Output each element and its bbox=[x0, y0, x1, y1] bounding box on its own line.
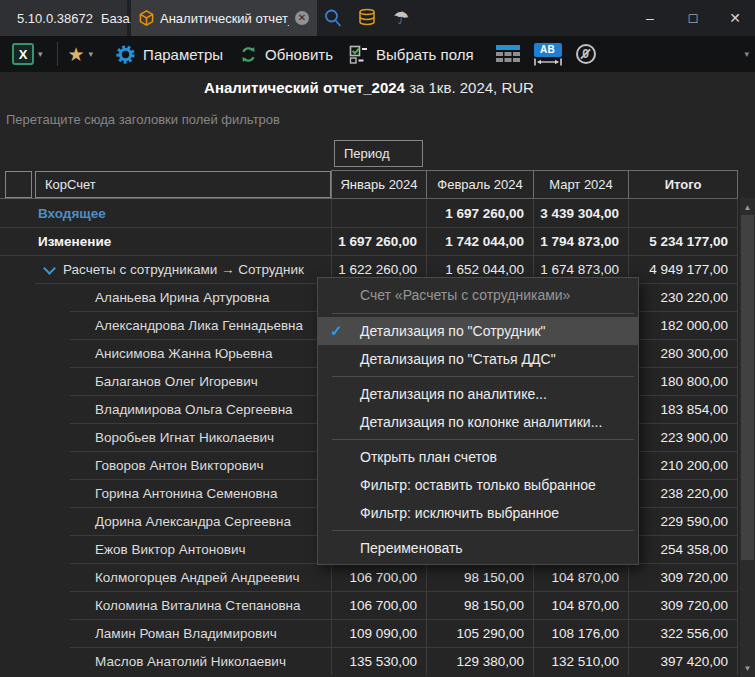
row-label[interactable]: Колмогорцев Андрей Андреевич bbox=[0, 563, 331, 591]
row-label[interactable]: Говоров Антон Викторович bbox=[0, 451, 331, 479]
cell-value[interactable]: 3 439 304,00 bbox=[533, 199, 628, 227]
cell-value[interactable] bbox=[331, 199, 426, 227]
row-label[interactable]: Входящее bbox=[0, 199, 331, 227]
favorites-star-icon[interactable]: ★ bbox=[68, 43, 85, 66]
cell-value[interactable]: 322 556,00 bbox=[628, 619, 738, 647]
row-label[interactable]: Маслов Анатолий Николаевич bbox=[0, 647, 331, 675]
context-menu-item[interactable]: Детализация по "Статья ДДС" bbox=[318, 345, 638, 373]
cell-value[interactable]: 98 150,00 bbox=[426, 591, 533, 619]
cell-value[interactable]: 309 720,00 bbox=[628, 563, 738, 591]
cell-value[interactable]: 1 742 044,00 bbox=[426, 227, 533, 255]
close-button[interactable]: ✕ bbox=[718, 0, 752, 36]
hide-zeros-button[interactable]: 0 bbox=[576, 44, 596, 64]
cell-value[interactable]: 129 380,00 bbox=[426, 647, 533, 675]
row-label[interactable]: Анисимова Жанна Юрьевна bbox=[0, 339, 331, 367]
maximize-button[interactable]: □ bbox=[676, 0, 710, 36]
cell-value[interactable]: 254 358,00 bbox=[628, 535, 738, 563]
context-menu-item[interactable]: Фильтр: исключить выбранное bbox=[318, 499, 638, 527]
cell-value[interactable]: 109 090,00 bbox=[331, 619, 426, 647]
favorites-dropdown-caret-icon[interactable]: ▾ bbox=[89, 49, 94, 59]
cell-value[interactable]: 105 290,00 bbox=[426, 619, 533, 647]
row-label[interactable]: Коломина Виталина Степановна bbox=[0, 591, 331, 619]
cell-value[interactable]: 135 530,00 bbox=[331, 647, 426, 675]
excel-dropdown-caret-icon[interactable]: ▾ bbox=[38, 49, 43, 59]
cell-value[interactable]: 98 150,00 bbox=[426, 563, 533, 591]
cell-value[interactable]: 5 234 177,00 bbox=[628, 227, 738, 255]
cell-value[interactable]: 106 700,00 bbox=[331, 563, 426, 591]
cell-value[interactable]: 104 870,00 bbox=[533, 591, 628, 619]
context-menu-item[interactable]: Детализация по аналитике... bbox=[318, 380, 638, 408]
row-label-text: Воробьев Игнат Николаевич bbox=[95, 430, 274, 445]
gear-icon bbox=[115, 44, 136, 65]
context-menu-item[interactable]: Детализация по колонке аналитики... bbox=[318, 408, 638, 436]
minimize-button[interactable]: – bbox=[633, 0, 667, 36]
cell-value[interactable]: 183 854,00 bbox=[628, 395, 738, 423]
korschet-field-box[interactable]: КорСчет bbox=[35, 171, 331, 198]
cell-value[interactable]: 108 176,00 bbox=[533, 619, 628, 647]
row-label[interactable]: Горина Антонина Семеновна bbox=[0, 479, 331, 507]
row-label-text: Изменение bbox=[38, 234, 111, 249]
cell-value[interactable]: 132 510,00 bbox=[533, 647, 628, 675]
cell-value[interactable]: 309 720,00 bbox=[628, 591, 738, 619]
row-label[interactable]: Ежов Виктор Антонович bbox=[0, 535, 331, 563]
scrollbar-up-icon[interactable]: ▲ bbox=[740, 200, 755, 214]
row-label[interactable]: Аланьева Ирина Артуровна bbox=[0, 283, 331, 311]
scrollbar-down-icon[interactable]: ▼ bbox=[740, 661, 755, 675]
tab-close-icon[interactable]: ✕ bbox=[295, 11, 309, 25]
cell-value[interactable]: 104 870,00 bbox=[533, 563, 628, 591]
pivot-row[interactable]: Коломина Виталина Степановна106 700,0098… bbox=[0, 591, 738, 619]
pivot-row[interactable]: Изменение1 697 260,001 742 044,001 794 8… bbox=[0, 227, 738, 255]
vertical-scrollbar[interactable]: ▲ ▼ bbox=[740, 198, 755, 677]
column-header[interactable]: Март 2024 bbox=[533, 170, 628, 198]
row-label[interactable]: Расчеты с сотрудниками → Сотрудник bbox=[0, 255, 331, 283]
context-menu-item[interactable]: Фильтр: оставить только выбранное bbox=[318, 471, 638, 499]
pivot-row[interactable]: Колмогорцев Андрей Андреевич106 700,0098… bbox=[0, 563, 738, 591]
cell-value[interactable]: 230 220,00 bbox=[628, 283, 738, 311]
refresh-button[interactable]: Обновить bbox=[239, 45, 333, 64]
cell-value[interactable]: 397 420,00 bbox=[628, 647, 738, 675]
tab-report[interactable]: Аналитический отчет_2024 ... ✕ bbox=[131, 0, 317, 36]
cell-value[interactable]: 210 200,00 bbox=[628, 451, 738, 479]
database-icon[interactable] bbox=[356, 7, 378, 29]
scrollbar-thumb[interactable] bbox=[741, 215, 754, 560]
cell-value[interactable]: 280 300,00 bbox=[628, 339, 738, 367]
cell-value[interactable]: 229 590,00 bbox=[628, 507, 738, 535]
cell-value[interactable]: 182 000,00 bbox=[628, 311, 738, 339]
cell-value[interactable]: 1 697 260,00 bbox=[331, 227, 426, 255]
umbrella-icon[interactable]: ☂ bbox=[390, 7, 412, 29]
cell-value[interactable] bbox=[628, 199, 738, 227]
grid-view-button[interactable] bbox=[496, 45, 520, 63]
expand-chevron-icon[interactable] bbox=[43, 262, 56, 275]
cell-value[interactable]: 180 800,00 bbox=[628, 367, 738, 395]
cell-value[interactable]: 223 900,00 bbox=[628, 423, 738, 451]
row-label[interactable]: Дорина Александра Сергеевна bbox=[0, 507, 331, 535]
column-header[interactable]: Итого bbox=[628, 170, 738, 198]
context-menu-item[interactable]: Переименовать bbox=[318, 534, 638, 562]
cell-value[interactable]: 1 697 260,00 bbox=[426, 199, 533, 227]
select-fields-button[interactable]: Выбрать поля bbox=[349, 44, 474, 64]
row-label[interactable]: Александрова Лика Геннадьевна bbox=[0, 311, 331, 339]
excel-export-icon[interactable]: X bbox=[12, 43, 34, 65]
row-label[interactable]: Ламин Роман Владимирович bbox=[0, 619, 331, 647]
cell-value[interactable]: 106 700,00 bbox=[331, 591, 426, 619]
column-header[interactable]: Февраль 2024 bbox=[426, 170, 533, 198]
pivot-row[interactable]: Входящее1 697 260,003 439 304,00 bbox=[0, 199, 738, 227]
cell-value[interactable]: 1 794 873,00 bbox=[533, 227, 628, 255]
column-header[interactable]: Январь 2024 bbox=[331, 170, 426, 198]
cell-value[interactable]: 4 949 177,00 bbox=[628, 255, 738, 283]
pivot-row[interactable]: Маслов Анатолий Николаевич135 530,00129 … bbox=[0, 647, 738, 675]
search-icon[interactable] bbox=[322, 7, 344, 29]
toolbar-overflow-caret-icon[interactable]: ▾ bbox=[744, 49, 749, 59]
period-field-box[interactable]: Период bbox=[334, 140, 423, 167]
context-menu-item[interactable]: ✓Детализация по "Сотрудник" bbox=[318, 317, 638, 345]
row-label[interactable]: Владимирова Ольга Сергеевна bbox=[0, 395, 331, 423]
filter-drop-zone[interactable]: Перетащите сюда заголовки полей фильтров bbox=[6, 112, 280, 127]
row-label[interactable]: Воробьев Игнат Николаевич bbox=[0, 423, 331, 451]
row-label[interactable]: Балаганов Олег Игоревич bbox=[0, 367, 331, 395]
row-label[interactable]: Изменение bbox=[0, 227, 331, 255]
cell-value[interactable]: 238 220,00 bbox=[628, 479, 738, 507]
context-menu-item[interactable]: Открыть план счетов bbox=[318, 443, 638, 471]
params-button[interactable]: Параметры bbox=[115, 44, 223, 65]
column-width-button[interactable]: AB bbox=[534, 43, 562, 66]
pivot-row[interactable]: Ламин Роман Владимирович109 090,00105 29… bbox=[0, 619, 738, 647]
